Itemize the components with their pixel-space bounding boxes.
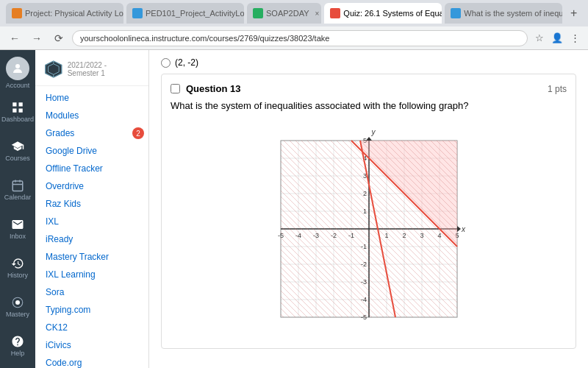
nav-mastery-label: Mastery [6,311,29,318]
main-layout: Account Dashboard Courses Calendar Inbox… [0,50,588,368]
svg-rect-1 [12,102,16,106]
course-logo-icon [44,59,63,79]
url-input[interactable]: yourschoolonlineca.instructure.com/cours… [72,30,528,46]
forward-button[interactable]: → [28,29,46,47]
svg-rect-2 [19,102,23,106]
main-content: (2, -2) Question 13 1 pts What is the sy… [149,50,588,368]
tab-2[interactable]: PED101_Project_ActivityLog... × [126,3,244,24]
url-text: yourschoolonlineca.instructure.com/cours… [80,34,329,43]
tab-3-label: SOAP2DAY [266,9,309,18]
inequality-graph [259,118,479,339]
browser-tabs-bar: Project: Physical Activity Log × PED101_… [0,0,588,26]
question-block: Question 13 1 pts What is the system of … [161,74,576,349]
sidebar-link-mastery-tracker[interactable]: Mastery Tracker [35,248,148,266]
sidebar-link-home[interactable]: Home [35,89,148,107]
account-avatar [6,57,29,80]
tab-2-favicon [132,8,143,18]
icon-nav: Account Dashboard Courses Calendar Inbox… [0,50,35,368]
nav-inbox-label: Inbox [10,233,26,240]
prev-answer-text: (2, -2) [175,57,198,68]
nav-account-label: Account [6,82,30,89]
nav-dashboard[interactable]: Dashboard [0,92,35,131]
prev-answer-radio[interactable] [161,58,171,68]
svg-point-9 [15,300,20,305]
svg-rect-5 [12,181,23,191]
nav-calendar-label: Calendar [4,194,32,201]
question-title-area: Question 13 [171,83,240,94]
nav-calendar[interactable]: Calendar [0,170,35,209]
course-sidebar: 2021/2022 - Semester 1 Home Modules Grad… [35,50,149,368]
sidebar-link-typing[interactable]: Typing.com [35,301,148,319]
sidebar-link-modules[interactable]: Modules [35,107,148,124]
sidebar-link-grades[interactable]: Grades [35,124,132,142]
nav-history[interactable]: History [0,248,35,287]
grades-badge: 2 [132,127,144,139]
sidebar-link-codeorg[interactable]: Code.org [35,354,148,368]
tab-1-label: Project: Physical Activity Log [25,9,123,18]
tab-5-label: What is the system of inequali... [464,9,562,18]
nav-courses[interactable]: Courses [0,131,35,170]
sidebar-link-iready[interactable]: iReady [35,230,148,248]
question-checkbox[interactable] [171,84,180,93]
question-points: 1 pts [548,84,567,94]
nav-help-label: Help [11,350,25,357]
sidebar-link-offline-tracker[interactable]: Offline Tracker [35,160,148,177]
add-tab-button[interactable]: + [565,4,582,22]
tab-4[interactable]: Quiz: 26.1 Systems of Equatio... × [324,3,442,24]
tab-1-favicon [12,8,22,18]
sidebar-link-raz-kids[interactable]: Raz Kids [35,195,148,213]
tab-4-label: Quiz: 26.1 Systems of Equatio... [343,9,442,18]
course-date: 2021/2022 - Semester 1 [68,61,140,77]
tab-3[interactable]: SOAP2DAY × [247,3,321,24]
sidebar-link-overdrive[interactable]: Overdrive [35,177,148,195]
course-logo-area: 2021/2022 - Semester 1 [35,56,148,86]
question-header: Question 13 1 pts [171,83,567,94]
svg-rect-3 [12,108,16,112]
svg-point-0 [15,64,20,68]
course-info: 2021/2022 - Semester 1 [68,61,140,77]
tab-3-favicon [253,8,263,18]
sidebar-link-icivics[interactable]: iCivics [35,336,148,354]
address-bar: ← → ⟳ yourschoolonlineca.instructure.com… [0,26,588,50]
nav-dashboard-label: Dashboard [1,116,34,123]
nav-mastery[interactable]: Mastery [0,287,35,326]
nav-help[interactable]: Help [0,326,35,365]
sidebar-link-ixl-learning[interactable]: IXL Learning [35,266,148,283]
nav-account[interactable]: Account [0,53,35,92]
tab-1[interactable]: Project: Physical Activity Log × [6,3,123,24]
sidebar-link-ck12[interactable]: CK12 [35,319,148,336]
graph-container [171,118,567,339]
sidebar-link-google-drive[interactable]: Google Drive [35,142,148,160]
menu-icon[interactable]: ⋮ [567,31,582,46]
sidebar-link-sora[interactable]: Sora [35,283,148,301]
question-number: Question 13 [186,83,240,94]
tab-5[interactable]: What is the system of inequali... × [445,3,562,24]
tab-4-favicon [330,8,340,18]
back-button[interactable]: ← [6,29,24,47]
tab-2-label: PED101_Project_ActivityLog... [146,9,244,18]
prev-answer-option[interactable]: (2, -2) [161,57,576,68]
bookmark-icon[interactable]: ☆ [532,31,547,46]
sidebar-link-ixl[interactable]: IXL [35,213,148,230]
question-text: What is the system of inequalities assoc… [171,100,567,111]
nav-history-label: History [7,272,28,279]
tab-3-close[interactable]: × [315,10,320,18]
tab-5-favicon [451,8,461,18]
nav-inbox[interactable]: Inbox [0,209,35,248]
reload-button[interactable]: ⟳ [50,29,68,47]
profile-icon[interactable]: 👤 [550,31,564,46]
nav-courses-label: Courses [5,155,30,162]
svg-rect-4 [19,108,23,112]
